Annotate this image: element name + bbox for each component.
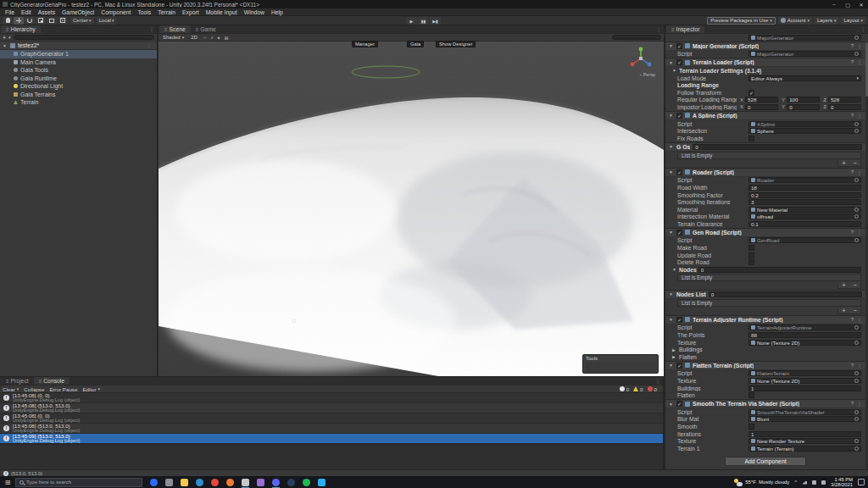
text-field[interactable]: 0.1 xyxy=(748,221,861,227)
shading-mode-dropdown[interactable]: Shaded▾ xyxy=(161,35,186,40)
object-field[interactable]: MajorGenerator xyxy=(748,35,861,41)
tray-expand-icon[interactable]: ^ xyxy=(794,480,797,485)
axis-field[interactable]: 0 xyxy=(745,104,778,110)
panel-menu-icon[interactable]: ⋮ xyxy=(149,26,154,32)
kebab-menu-icon[interactable]: ⋮ xyxy=(857,43,862,49)
add-element-button[interactable]: + xyxy=(842,308,845,313)
pause-button[interactable]: ▮▮ xyxy=(418,17,429,25)
object-picker-icon[interactable] xyxy=(854,52,859,56)
hierarchy-search-input[interactable] xyxy=(14,35,154,40)
tab-inspector[interactable]: ≡Inspector xyxy=(666,25,704,33)
hierarchy-item-graphgenerator-1[interactable]: GraphGenerator 1 xyxy=(0,50,157,58)
hierarchy-item-gaia-runtime[interactable]: Gaia Runtime xyxy=(0,75,157,83)
layout-dropdown[interactable]: Layout▾ xyxy=(841,17,865,25)
checkbox[interactable] xyxy=(748,259,754,265)
help-icon[interactable]: ? xyxy=(851,363,854,369)
menu-tools[interactable]: Tools xyxy=(134,8,154,15)
object-picker-icon[interactable] xyxy=(854,417,859,421)
add-component-button[interactable]: Add Component xyxy=(725,457,806,466)
text-field[interactable]: 1 xyxy=(748,385,861,391)
foldout-icon[interactable]: ▼ xyxy=(669,144,674,149)
foldout-icon[interactable]: ▶ xyxy=(672,347,677,352)
object-picker-icon[interactable] xyxy=(854,379,859,383)
clear-button[interactable]: Clear▾ xyxy=(3,386,19,392)
pivot-toggle-button[interactable]: Center▾ xyxy=(70,17,94,25)
maximize-button[interactable]: ▢ xyxy=(841,0,854,8)
console-log-entry[interactable]: ![13:45:08] (0, 0)UnityEngine.Debug:Log … xyxy=(0,413,663,424)
component-enabled-checkbox[interactable]: ✓ xyxy=(676,317,682,323)
help-icon[interactable]: ? xyxy=(851,317,854,323)
menu-component[interactable]: Component xyxy=(97,8,134,15)
object-field[interactable]: Sphere xyxy=(748,128,861,134)
tab-hierarchy[interactable]: ≡Hierarchy xyxy=(1,25,41,33)
object-picker-icon[interactable] xyxy=(854,208,859,212)
help-icon[interactable]: ? xyxy=(851,43,854,49)
console-log-entry[interactable]: ![13:45:08] (0, 0)UnityEngine.Debug:Log … xyxy=(0,393,663,403)
text-field[interactable]: 88 xyxy=(748,332,861,338)
object-field[interactable]: None (Texture 2D) xyxy=(748,340,861,346)
help-icon[interactable]: ? xyxy=(851,230,854,236)
play-button[interactable]: ▶ xyxy=(406,17,417,25)
network-icon[interactable] xyxy=(802,480,807,485)
foldout-icon[interactable]: ▼ xyxy=(669,363,674,368)
object-picker-icon[interactable] xyxy=(854,341,859,345)
object-field[interactable]: New Render Texture xyxy=(748,438,861,444)
remove-element-button[interactable]: − xyxy=(853,308,856,313)
minimize-button[interactable]: – xyxy=(827,0,841,8)
axis-field[interactable]: 528 xyxy=(828,97,861,103)
checkbox[interactable] xyxy=(748,245,754,251)
foldout-icon[interactable]: ▼ xyxy=(669,43,674,48)
spotify-taskbar-button[interactable] xyxy=(302,476,311,488)
object-field[interactable]: SmoothTheTerrainViaShader xyxy=(748,409,861,415)
kebab-menu-icon[interactable]: ⋮ xyxy=(857,59,862,65)
preview-packages-button[interactable]: Preview Packages in Use▾ xyxy=(707,17,776,25)
weather-widget[interactable]: 55°F Mostly cloudy xyxy=(734,479,789,486)
tools-overlay-panel[interactable]: Tools xyxy=(582,354,659,374)
text-field[interactable]: 1 xyxy=(748,431,861,437)
component-enabled-checkbox[interactable]: ✓ xyxy=(676,59,682,65)
menu-terrain[interactable]: Terrain xyxy=(154,8,179,15)
foldout-icon[interactable]: ▼ xyxy=(669,113,674,118)
list-size-field[interactable]: 0 xyxy=(709,291,862,297)
component-header[interactable]: ▼✓Flatten Terrain (Script)?⋮ xyxy=(665,362,865,370)
list-size-field[interactable]: 0 xyxy=(693,144,862,150)
object-picker-icon[interactable] xyxy=(854,439,859,443)
scene-search-input[interactable] xyxy=(612,35,661,40)
component-enabled-checkbox[interactable]: ✓ xyxy=(676,230,682,236)
gaia-overlay-button[interactable]: Gaia xyxy=(407,41,424,47)
visual-studio-taskbar-button[interactable] xyxy=(256,476,265,488)
object-field[interactable]: ASpline xyxy=(748,121,861,127)
checkbox[interactable] xyxy=(748,392,754,398)
object-picker-icon[interactable] xyxy=(854,36,859,40)
firefox-browser-taskbar-button[interactable] xyxy=(225,476,235,488)
text-field[interactable]: 18 xyxy=(748,185,861,191)
checkbox[interactable] xyxy=(748,136,754,141)
language-icon[interactable] xyxy=(821,480,826,485)
dropdown-field[interactable]: Editor Always▾ xyxy=(748,75,861,81)
object-field[interactable]: MajorGenerator xyxy=(748,51,861,57)
lighting-toggle-icon[interactable]: ☼ xyxy=(203,35,208,40)
grid-toggle-icon[interactable]: ⊞ xyxy=(224,35,228,41)
layers-dropdown[interactable]: Layers▾ xyxy=(815,17,839,25)
foldout-icon[interactable]: ▼ xyxy=(3,43,8,48)
status-message[interactable]: (513.0, 513.0) xyxy=(11,471,42,476)
taskbar-search[interactable] xyxy=(15,478,142,487)
audio-toggle-icon[interactable]: ♪ xyxy=(210,35,213,40)
kebab-menu-icon[interactable]: ⋮ xyxy=(857,363,862,369)
component-header[interactable]: ▼✓A Spline (Script)?⋮ xyxy=(665,112,865,120)
menu-mobile-input[interactable]: Mobile Input xyxy=(203,8,241,15)
hierarchy-item-directional-light[interactable]: Directional Light xyxy=(0,82,157,91)
help-icon[interactable]: ? xyxy=(851,169,854,175)
foldout-icon[interactable]: ▼ xyxy=(669,402,674,407)
rect-tool-button[interactable] xyxy=(47,17,57,25)
object-field[interactable]: TerrainAdjusterRuntime xyxy=(748,324,861,330)
menu-gameobject[interactable]: GameObject xyxy=(58,8,97,15)
hierarchy-item-gaia-tools[interactable]: Gaia Tools xyxy=(0,66,157,75)
axis-field[interactable]: 100 xyxy=(787,97,820,103)
object-field[interactable]: Roader xyxy=(748,177,861,183)
foldout-icon[interactable]: ▼ xyxy=(669,60,674,65)
add-element-button[interactable]: + xyxy=(842,282,845,288)
component-header[interactable]: ▼✓Terrain Loader (Script)?⋮ xyxy=(665,58,865,67)
kebab-menu-icon[interactable]: ⋮ xyxy=(857,317,862,323)
console-log-entry[interactable]: ![13:45:08] (513.0, 513.0)UnityEngine.De… xyxy=(0,424,663,434)
